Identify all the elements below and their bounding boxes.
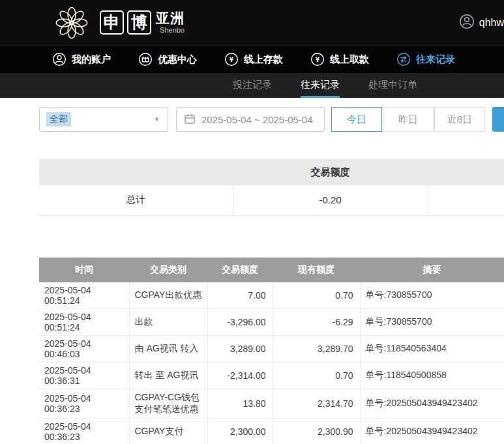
cell-3-3: 0.70 — [273, 362, 360, 389]
summary-header-row: 交易额度 — [39, 159, 504, 185]
col-header-2: 交易额度 — [207, 258, 273, 282]
svg-text:¥: ¥ — [230, 55, 234, 63]
main-nav: 我的账户优惠中心¥线上存款¥线上取款往来记录 — [0, 46, 504, 73]
filter-bar: 全部 ▼ 2025-05-04 ~ 2025-05-04 今日昨日近8日 — [39, 107, 504, 132]
cell-2-3: 3,289.70 — [273, 335, 360, 362]
table-row: 2025-05-04 00:46:03由 AG视讯 转入3,289.003,28… — [39, 335, 504, 362]
lotus-logo-icon — [55, 6, 89, 40]
gift-icon — [138, 52, 153, 67]
cell-0-3: 0.70 — [273, 282, 360, 309]
nav-item-label: 我的账户 — [72, 53, 111, 66]
summary-total-label: 总计 — [39, 185, 233, 215]
top-header: 申 博 亚洲 Shenbo qhhw — [0, 0, 504, 46]
records-table: 时间交易类别交易额度现有额度摘要 2025-05-04 00:51:24CGPA… — [39, 258, 504, 444]
summary-header-amount: 交易额度 — [233, 159, 428, 185]
cell-4-3: 2,314.70 — [273, 389, 360, 418]
transfer-record-icon — [396, 52, 411, 67]
summary-header-empty-left — [39, 159, 233, 185]
cell-1-1: 出款 — [129, 308, 207, 335]
brand-region-wrap: 亚洲 Shenbo — [156, 11, 185, 34]
chevron-down-icon: ▼ — [146, 116, 168, 123]
cell-0-1: CGPAY出款优惠 — [129, 282, 207, 309]
cell-2-4: 单号:118540563404 — [360, 335, 504, 362]
nav-item-label: 优惠中心 — [158, 53, 197, 66]
col-header-1: 交易类别 — [129, 258, 207, 282]
quick-range-button-1[interactable]: 昨日 — [383, 107, 434, 132]
cell-1-2: -3,296.00 — [207, 308, 273, 335]
subnav-tab-0[interactable]: 投注记录 — [233, 73, 272, 98]
cell-1-4: 单号:730855700 — [360, 308, 504, 335]
cell-1-0: 2025-05-04 00:51:24 — [39, 308, 129, 335]
summary-total-row: 总计 -0.20 — [39, 185, 504, 215]
cell-5-3: 2,300.90 — [273, 418, 360, 444]
cell-4-0: 2025-05-04 00:36:23 — [39, 389, 129, 418]
nav-item-2[interactable]: ¥线上存款 — [224, 52, 283, 67]
withdraw-coin-icon: ¥ — [310, 52, 325, 67]
svg-text:¥: ¥ — [316, 55, 320, 63]
cell-0-0: 2025-05-04 00:51:24 — [39, 282, 129, 309]
cell-4-1: CGPAY-CG钱包支付笔笔送优惠 — [129, 389, 207, 418]
cell-5-2: 2,300.00 — [207, 418, 273, 444]
nav-item-3[interactable]: ¥线上取款 — [310, 52, 369, 67]
cell-0-2: 7.00 — [207, 282, 273, 309]
cell-0-4: 单号:730855700 — [360, 282, 504, 309]
nav-item-label: 往来记录 — [416, 53, 455, 66]
date-range-input[interactable]: 2025-05-04 ~ 2025-05-04 — [176, 107, 325, 132]
category-selected-value: 全部 — [46, 112, 71, 126]
category-select[interactable]: 全部 ▼ — [39, 107, 168, 132]
sub-nav: 投注记录往来记录处理中订单 — [0, 73, 504, 98]
summary-table: 交易额度 总计 -0.20 — [39, 159, 504, 216]
deposit-coin-icon: ¥ — [224, 52, 239, 67]
brand-region: 亚洲 — [156, 11, 185, 25]
cell-4-2: 13.80 — [207, 389, 273, 418]
table-row: 2025-05-04 00:51:24CGPAY出款优惠7.000.70单号:7… — [39, 282, 504, 309]
cell-4-4: 单号:202505043949423402 — [360, 389, 504, 418]
nav-item-4[interactable]: 往来记录 — [396, 52, 455, 67]
calendar-icon — [184, 113, 196, 126]
search-button[interactable] — [492, 107, 504, 132]
cell-5-1: CGPAY支付 — [129, 418, 207, 444]
cell-2-1: 由 AG视讯 转入 — [129, 335, 207, 362]
subnav-tab-2[interactable]: 处理中订单 — [368, 73, 417, 98]
summary-header-empty-right — [428, 159, 504, 185]
summary-total-empty — [428, 185, 504, 215]
table-row: 2025-05-04 00:36:23CGPAY支付2,300.002,300.… — [39, 418, 504, 444]
quick-range-button-2[interactable]: 近8日 — [434, 107, 485, 132]
logo: 申 博 亚洲 Shenbo — [55, 6, 185, 40]
cell-2-0: 2025-05-04 00:46:03 — [39, 335, 129, 362]
quick-range-buttons: 今日昨日近8日 — [331, 107, 485, 132]
col-header-0: 时间 — [39, 258, 129, 282]
username: qhhw — [479, 17, 504, 29]
cell-3-1: 转出 至 AG视讯 — [129, 362, 207, 389]
brand-en: Shenbo — [160, 27, 185, 34]
col-header-3: 现有额度 — [273, 258, 360, 282]
cell-3-0: 2025-05-04 00:36:31 — [39, 362, 129, 389]
table-row: 2025-05-04 00:36:31转出 至 AG视讯-2,314.000.7… — [39, 362, 504, 389]
nav-item-label: 线上取款 — [330, 53, 369, 66]
sub-nav-tabs: 投注记录往来记录处理中订单 — [233, 73, 417, 98]
summary-total-value: -0.20 — [233, 185, 428, 215]
table-row: 2025-05-04 00:36:23CGPAY-CG钱包支付笔笔送优惠13.8… — [39, 389, 504, 418]
cell-3-4: 单号:118540500858 — [360, 362, 504, 389]
cell-2-2: 3,289.00 — [207, 335, 273, 362]
date-range-value: 2025-05-04 ~ 2025-05-04 — [201, 114, 313, 125]
records-header-row: 时间交易类别交易额度现有额度摘要 — [39, 258, 504, 282]
user-icon — [459, 14, 475, 32]
brand-char-2: 博 — [127, 10, 151, 35]
user-account[interactable]: qhhw — [459, 0, 504, 45]
quick-range-button-0[interactable]: 今日 — [331, 107, 382, 132]
content: 全部 ▼ 2025-05-04 ~ 2025-05-04 今日昨日近8日 — [0, 107, 504, 444]
brand-char-1: 申 — [100, 10, 124, 35]
table-row: 2025-05-04 00:51:24出款-3,296.00-6.29单号:73… — [39, 308, 504, 335]
cell-3-2: -2,314.00 — [207, 362, 273, 389]
col-header-4: 摘要 — [360, 258, 504, 282]
page: 申 博 亚洲 Shenbo qhhw 我的账户优惠中心¥线上存款¥线上取款往来记… — [0, 0, 504, 444]
nav-item-label: 线上存款 — [244, 53, 283, 66]
cell-5-0: 2025-05-04 00:36:23 — [39, 418, 129, 444]
cell-5-4: 单号:202505043949423402 — [360, 418, 504, 444]
nav-item-1[interactable]: 优惠中心 — [138, 52, 197, 67]
user-icon — [52, 52, 67, 67]
subnav-tab-1[interactable]: 往来记录 — [301, 73, 340, 98]
cell-1-3: -6.29 — [273, 308, 360, 335]
nav-item-0[interactable]: 我的账户 — [52, 52, 111, 67]
